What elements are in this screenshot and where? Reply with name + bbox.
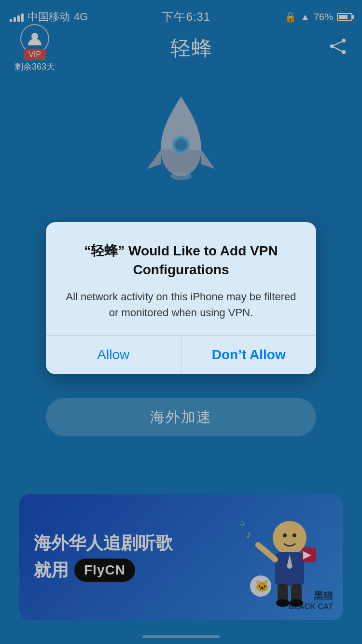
dialog-title: “轻蜂” Would Like to Add VPN Configuration… <box>65 241 297 279</box>
dialog-message: All network activity on this iPhone may … <box>65 289 297 321</box>
dialog-overlay: “轻蜂” Would Like to Add VPN Configuration… <box>0 0 362 644</box>
dont-allow-button[interactable]: Don’t Allow <box>181 336 317 374</box>
vpn-dialog: “轻蜂” Would Like to Add VPN Configuration… <box>46 222 316 374</box>
allow-button[interactable]: Allow <box>46 336 181 374</box>
dialog-content: “轻蜂” Would Like to Add VPN Configuration… <box>46 222 316 335</box>
dialog-buttons: Allow Don’t Allow <box>46 336 316 374</box>
